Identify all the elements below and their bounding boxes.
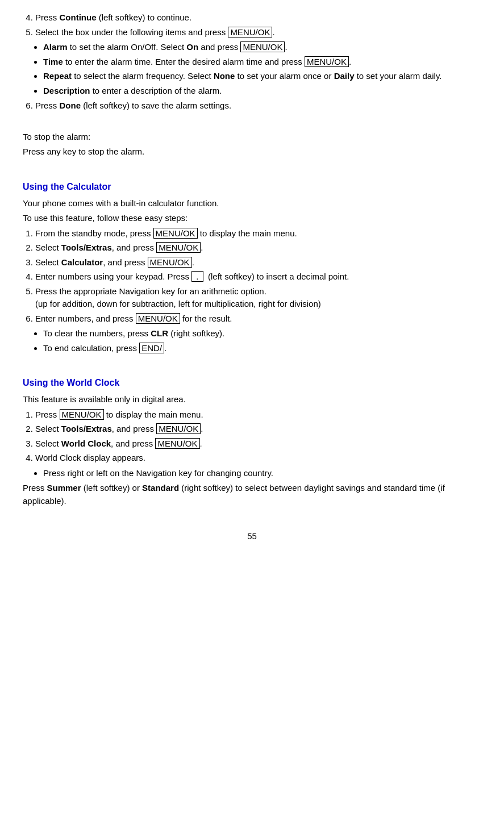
- stop-alarm-title: To stop the alarm:: [23, 131, 481, 144]
- calc-step-6: Enter numbers, and press MENU/OK for the…: [35, 312, 481, 326]
- alarm-step-5: Select the box under the following items…: [35, 26, 481, 39]
- calc-bullet-end: To end calculation, press END/.: [43, 342, 481, 355]
- alarm-step-4: Press Continue (left softkey) to continu…: [35, 11, 481, 24]
- calc-step-1: From the standby mode, press MENU/OK to …: [35, 227, 481, 240]
- keyword-none: None: [214, 71, 235, 81]
- world-clock-intro: This feature is available only in digita…: [23, 393, 481, 406]
- world-clock-heading: Using the World Clock: [23, 376, 481, 390]
- menu-ok-box-3: MENU/OK: [305, 56, 349, 67]
- page-number: 55: [23, 530, 481, 543]
- menu-ok-box-5: MENU/OK: [156, 242, 201, 253]
- wc-step-1: Press MENU/OK to display the main menu.: [35, 408, 481, 422]
- wc-step-3: Select World Clock, and press MENU/OK.: [35, 437, 481, 451]
- keyword-continue: Continue: [60, 12, 97, 22]
- keyword-tools-extras-2: Tools/Extras: [61, 424, 112, 433]
- alarm-continued-section: Press Continue (left softkey) to continu…: [23, 11, 481, 112]
- keyword-repeat: Repeat: [43, 71, 72, 81]
- wc-step-4: World Clock display appears.: [35, 452, 481, 465]
- calc-step-5: Press the appropriate Navigation key for…: [35, 285, 481, 311]
- calc-step-3: Select Calculator, and press MENU/OK.: [35, 256, 481, 269]
- menu-ok-box-7: MENU/OK: [136, 313, 180, 324]
- keyword-clr: CLR: [151, 328, 168, 338]
- calc-bullet-clr: To clear the numbers, press CLR (right s…: [43, 327, 481, 340]
- calc-step-2: Select Tools/Extras, and press MENU/OK.: [35, 241, 481, 255]
- stop-alarm-body: Press any key to stop the alarm.: [23, 145, 481, 159]
- alarm-bullets: Alarm to set the alarm On/Off. Select On…: [43, 41, 481, 97]
- calculator-intro2: To use this feature, follow these easy s…: [23, 212, 481, 225]
- bullet-repeat: Repeat to select the alarm frequency. Se…: [43, 70, 481, 83]
- calc-bullets: To clear the numbers, press CLR (right s…: [43, 327, 481, 355]
- calc-step-5-subtext: (up for addition, down for subtraction, …: [35, 299, 321, 308]
- keyword-time: Time: [43, 57, 63, 66]
- bullet-alarm: Alarm to set the alarm On/Off. Select On…: [43, 41, 481, 54]
- keyword-alarm: Alarm: [43, 42, 68, 52]
- wc-bullets: Press right or left on the Navigation ke…: [43, 467, 481, 480]
- keyword-description: Description: [43, 86, 90, 95]
- keyword-world-clock: World Clock: [61, 439, 111, 448]
- world-clock-steps-list: Press MENU/OK to display the main menu. …: [35, 408, 481, 465]
- menu-ok-box-8: MENU/OK: [60, 409, 104, 420]
- world-clock-section: Using the World Clock This feature is av…: [23, 376, 481, 507]
- keyword-done: Done: [60, 101, 81, 110]
- stop-alarm-section: To stop the alarm: Press any key to stop…: [23, 131, 481, 159]
- menu-ok-box-10: MENU/OK: [155, 438, 199, 449]
- calculator-heading: Using the Calculator: [23, 180, 481, 194]
- calculator-intro: Your phone comes with a built-in calcula…: [23, 197, 481, 210]
- alarm-step-6-list: Press Done (left softkey) to save the al…: [35, 99, 481, 112]
- bullet-time: Time to enter the alarm time. Enter the …: [43, 56, 481, 69]
- menu-ok-box-4: MENU/OK: [153, 228, 198, 239]
- menu-ok-box-6: MENU/OK: [148, 257, 192, 268]
- menu-ok-box-2: MENU/OK: [240, 41, 285, 52]
- bullet-description: Description to enter a description of th…: [43, 85, 481, 98]
- alarm-step-6: Press Done (left softkey) to save the al…: [35, 99, 481, 112]
- menu-ok-box-1: MENU/OK: [228, 27, 272, 37]
- end-slash-box: END/: [139, 343, 164, 353]
- menu-ok-box-9: MENU/OK: [156, 423, 201, 434]
- keyword-tools-extras-1: Tools/Extras: [61, 243, 112, 252]
- calculator-steps-list: From the standby mode, press MENU/OK to …: [35, 227, 481, 326]
- keyword-calculator: Calculator: [61, 257, 103, 267]
- calculator-section: Using the Calculator Your phone comes wi…: [23, 180, 481, 355]
- keyword-summer: Summer: [47, 483, 81, 493]
- wc-footer: Press Summer (left softkey) or Standard …: [23, 482, 481, 507]
- wc-bullet-nav: Press right or left on the Navigation ke…: [43, 467, 481, 480]
- keyword-daily: Daily: [334, 71, 355, 81]
- dot-key-box: .: [191, 271, 203, 282]
- keyword-standard: Standard: [142, 483, 179, 493]
- wc-step-2: Select Tools/Extras, and press MENU/OK.: [35, 423, 481, 436]
- calc-step-4: Enter numbers using your keypad. Press .…: [35, 270, 481, 283]
- keyword-on: On: [186, 42, 198, 52]
